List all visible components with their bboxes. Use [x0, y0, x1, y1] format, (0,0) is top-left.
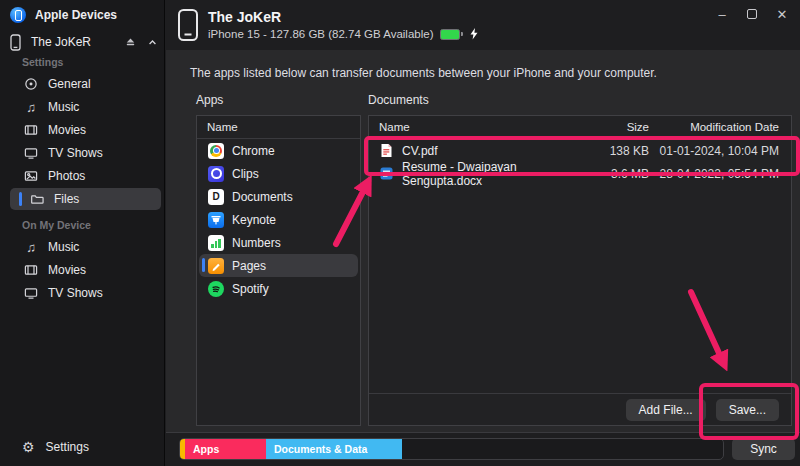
sidebar-settings-button[interactable]: ⚙ Settings	[22, 440, 89, 454]
spotify-icon	[208, 281, 224, 297]
app-label: Keynote	[232, 213, 276, 227]
app-row-keynote[interactable]: Keynote	[199, 208, 358, 231]
storage-capacity-bar: Apps Documents & Data	[179, 438, 724, 460]
sidebar-item-label: TV Shows	[48, 146, 103, 160]
music-note-icon: ♫	[23, 101, 39, 114]
documents-column-header: Name Size Modification Date	[369, 116, 791, 139]
app-row-numbers[interactable]: Numbers	[199, 231, 358, 254]
device-header: The JoKeR iPhone 15 - 127.86 GB (82.74 G…	[166, 0, 800, 50]
word-file-icon	[379, 166, 394, 181]
sync-button[interactable]: Sync	[732, 438, 795, 460]
sidebar-device-name: The JoKeR	[31, 35, 114, 49]
app-row-documents[interactable]: D Documents	[199, 185, 358, 208]
apps-panel-title: Apps	[196, 93, 223, 107]
music-note-icon: ♫	[23, 241, 39, 254]
documents-panel-title: Documents	[368, 93, 429, 107]
folder-icon	[29, 192, 45, 206]
device-name: The JoKeR	[208, 9, 281, 25]
app-row-clips[interactable]: Clips	[199, 162, 358, 185]
clips-icon	[208, 166, 224, 182]
sidebar-item-label: TV Shows	[48, 286, 103, 300]
pages-icon	[208, 258, 224, 274]
apps-column-header: Name	[197, 116, 360, 139]
tv-icon	[23, 146, 39, 160]
sidebar-item-label: General	[48, 77, 91, 91]
device-info: iPhone 15 - 127.86 GB (82.74 GB Availabl…	[208, 28, 433, 40]
documents-app-icon: D	[208, 189, 224, 205]
sidebar-item-label: Music	[48, 240, 79, 254]
selection-accent-bar	[19, 192, 22, 206]
sidebar: Apple Devices The JoKeR Settings General…	[0, 0, 165, 466]
sidebar-item-omd-tv-shows[interactable]: TV Shows	[10, 282, 161, 304]
files-content: The apps listed below can transfer docum…	[166, 50, 800, 432]
general-icon	[23, 77, 39, 91]
storage-segment-apps: Apps	[185, 439, 266, 459]
sidebar-device-row[interactable]: The JoKeR	[10, 31, 158, 53]
photo-icon	[23, 169, 39, 183]
save-button[interactable]: Save...	[716, 399, 779, 421]
apps-name-column: Name	[207, 121, 348, 133]
keynote-icon	[208, 212, 224, 228]
sidebar-item-photos[interactable]: Photos	[10, 165, 161, 187]
app-title-row: Apple Devices	[10, 7, 117, 23]
sidebar-item-files[interactable]: Files	[10, 188, 161, 210]
documents-name-column: Name	[379, 121, 569, 133]
documents-size-column: Size	[569, 121, 649, 133]
app-row-spotify[interactable]: Spotify	[199, 277, 358, 300]
sidebar-section-on-my-device: On My Device	[22, 219, 91, 231]
app-row-pages[interactable]: Pages	[199, 254, 358, 277]
app-label: Clips	[232, 167, 259, 181]
sidebar-item-omd-music[interactable]: ♫ Music	[10, 236, 161, 258]
window-controls: – ✕	[714, 6, 790, 22]
tv-icon	[23, 286, 39, 300]
close-button[interactable]: ✕	[774, 6, 790, 22]
document-size: 138 KB	[569, 144, 649, 158]
document-modified: 28-04-2022, 05:54 PM	[649, 167, 779, 181]
sidebar-item-tv-shows[interactable]: TV Shows	[10, 142, 161, 164]
app-title: Apple Devices	[35, 8, 117, 22]
app-label: Pages	[232, 259, 266, 273]
maximize-button[interactable]	[744, 6, 760, 22]
minimize-button[interactable]: –	[714, 6, 730, 22]
description-text: The apps listed below can transfer docum…	[190, 66, 657, 80]
sidebar-item-label: Movies	[48, 123, 86, 137]
storage-segment-documents-data: Documents & Data	[266, 439, 402, 459]
documents-date-column: Modification Date	[649, 121, 779, 133]
device-info-row: iPhone 15 - 127.86 GB (82.74 GB Availabl…	[208, 28, 478, 40]
sidebar-item-movies[interactable]: Movies	[10, 119, 161, 141]
sidebar-item-music[interactable]: ♫ Music	[10, 96, 161, 118]
sidebar-item-label: Files	[54, 192, 79, 206]
settings-label: Settings	[46, 440, 89, 454]
apps-panel: Name Chrome Clips D Documents Keynote	[196, 115, 361, 426]
add-file-button[interactable]: Add File...	[626, 399, 706, 421]
pdf-file-icon	[379, 143, 394, 158]
document-name: Resume - Dwaipayan Sengupta.docx	[402, 160, 569, 188]
battery-icon	[440, 29, 463, 40]
documents-actions: Add File... Save...	[369, 393, 791, 425]
app-label: Documents	[232, 190, 293, 204]
document-name: CV.pdf	[402, 144, 438, 158]
apple-devices-window: Apple Devices The JoKeR Settings General…	[0, 0, 800, 466]
charging-bolt-icon	[470, 28, 478, 40]
document-row-resume-docx[interactable]: Resume - Dwaipayan Sengupta.docx 3.6 MB …	[369, 162, 791, 185]
app-label: Chrome	[232, 144, 275, 158]
sidebar-item-label: Movies	[48, 263, 86, 277]
bottom-bar: Apps Documents & Data Sync	[166, 432, 800, 466]
chevron-up-icon[interactable]	[147, 37, 158, 48]
film-icon	[23, 123, 39, 137]
sidebar-item-omd-movies[interactable]: Movies	[10, 259, 161, 281]
sidebar-section-settings: Settings	[22, 56, 63, 68]
documents-panel: Name Size Modification Date CV.pdf 138 K…	[368, 115, 792, 426]
iphone-outline-icon	[177, 8, 199, 42]
gear-icon: ⚙	[22, 440, 35, 454]
sidebar-item-label: Music	[48, 100, 79, 114]
app-label: Numbers	[232, 236, 281, 250]
apple-devices-app-icon	[10, 7, 26, 23]
chrome-icon	[208, 143, 224, 159]
eject-icon[interactable]	[124, 36, 137, 49]
film-icon	[23, 263, 39, 277]
app-row-chrome[interactable]: Chrome	[199, 139, 358, 162]
sidebar-item-general[interactable]: General	[10, 73, 161, 95]
sidebar-item-label: Photos	[48, 169, 85, 183]
app-label: Spotify	[232, 282, 269, 296]
